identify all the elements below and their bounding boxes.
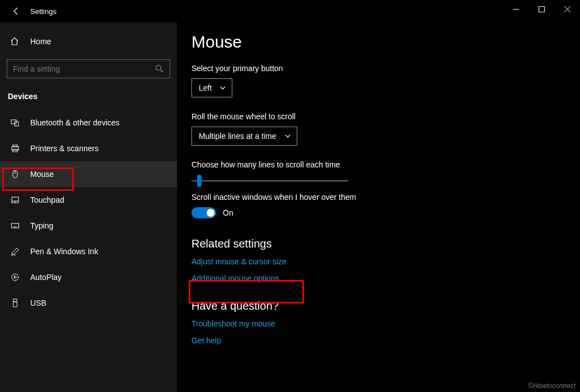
- select-value: Left: [199, 83, 212, 92]
- sidebar: Home Devices Bluetooth & other devices P…: [0, 22, 177, 392]
- related-settings-heading: Related settings: [191, 237, 580, 250]
- svg-point-19: [12, 274, 18, 281]
- select-value: Multiple lines at a time: [199, 132, 277, 141]
- sidebar-item-mouse[interactable]: Mouse: [0, 161, 177, 187]
- sidebar-item-label: Typing: [30, 221, 53, 230]
- keyboard-icon: [10, 221, 20, 230]
- sidebar-item-label: AutoPlay: [30, 273, 62, 282]
- scroll-mode-label: Roll the mouse wheel to scroll: [191, 112, 580, 121]
- sidebar-item-touchpad[interactable]: Touchpad: [0, 187, 177, 213]
- back-button[interactable]: [10, 5, 22, 17]
- search-box[interactable]: [7, 59, 170, 78]
- sidebar-item-label: Touchpad: [30, 195, 64, 204]
- slider-track: [191, 180, 348, 181]
- search-icon: [155, 64, 164, 73]
- sidebar-item-label: USB: [30, 298, 46, 307]
- svg-rect-20: [13, 299, 17, 302]
- touchpad-icon: [10, 195, 20, 204]
- svg-rect-14: [12, 223, 19, 228]
- sidebar-item-label: Pen & Windows Ink: [30, 247, 98, 256]
- pen-icon: [10, 247, 20, 256]
- inactive-windows-label: Scroll inactive windows when I hover ove…: [191, 193, 580, 202]
- toggle-state-label: On: [223, 208, 233, 217]
- minimize-button[interactable]: [503, 0, 528, 18]
- autoplay-icon: [10, 273, 20, 282]
- link-troubleshoot-mouse[interactable]: Troubleshoot my mouse: [191, 319, 580, 328]
- slider-thumb[interactable]: [197, 175, 202, 187]
- window-controls: [503, 0, 580, 18]
- chevron-down-icon: [219, 85, 226, 91]
- link-get-help[interactable]: Get help: [191, 336, 580, 345]
- maximize-button[interactable]: [528, 0, 554, 18]
- mouse-icon: [10, 170, 20, 179]
- primary-button-label: Select your primary button: [191, 64, 580, 73]
- link-adjust-cursor-size[interactable]: Adjust mouse & cursor size: [191, 257, 580, 266]
- window-title: Settings: [30, 7, 57, 16]
- main-content: Mouse Select your primary button Left Ro…: [177, 22, 580, 392]
- sidebar-item-usb[interactable]: USB: [0, 290, 177, 316]
- sidebar-item-pen[interactable]: Pen & Windows Ink: [0, 239, 177, 264]
- sidebar-item-label: Mouse: [30, 170, 54, 179]
- close-button[interactable]: [554, 0, 580, 18]
- sidebar-item-label: Printers & scanners: [30, 144, 99, 153]
- watermark: ©Howtoconnect: [528, 382, 576, 390]
- svg-line-3: [161, 70, 163, 72]
- svg-point-2: [156, 66, 161, 71]
- lines-label: Choose how many lines to scroll each tim…: [191, 160, 580, 169]
- sidebar-item-typing[interactable]: Typing: [0, 213, 177, 239]
- svg-rect-21: [13, 302, 17, 307]
- have-a-question-heading: Have a question?: [191, 300, 580, 312]
- toggle-knob: [207, 209, 214, 217]
- primary-button-select[interactable]: Left: [191, 78, 232, 97]
- sidebar-home[interactable]: Home: [0, 31, 177, 52]
- sidebar-group-label: Devices: [0, 90, 177, 110]
- titlebar: Settings: [0, 0, 580, 22]
- search-input[interactable]: [13, 64, 155, 73]
- link-additional-mouse-options[interactable]: Additional mouse options: [191, 274, 580, 283]
- sidebar-item-bluetooth[interactable]: Bluetooth & other devices: [0, 110, 177, 136]
- printer-icon: [10, 144, 20, 153]
- lines-slider[interactable]: [191, 175, 348, 187]
- sidebar-item-label: Bluetooth & other devices: [30, 118, 120, 127]
- sidebar-item-autoplay[interactable]: AutoPlay: [0, 264, 177, 290]
- devices-icon: [10, 118, 20, 127]
- home-icon: [10, 37, 20, 46]
- sidebar-item-printers[interactable]: Printers & scanners: [0, 136, 177, 161]
- inactive-windows-toggle[interactable]: [191, 207, 216, 218]
- sidebar-home-label: Home: [30, 37, 51, 46]
- usb-icon: [10, 298, 20, 307]
- page-title: Mouse: [191, 32, 580, 52]
- chevron-down-icon: [284, 133, 291, 139]
- scroll-mode-select[interactable]: Multiple lines at a time: [191, 127, 297, 146]
- svg-rect-1: [539, 6, 544, 12]
